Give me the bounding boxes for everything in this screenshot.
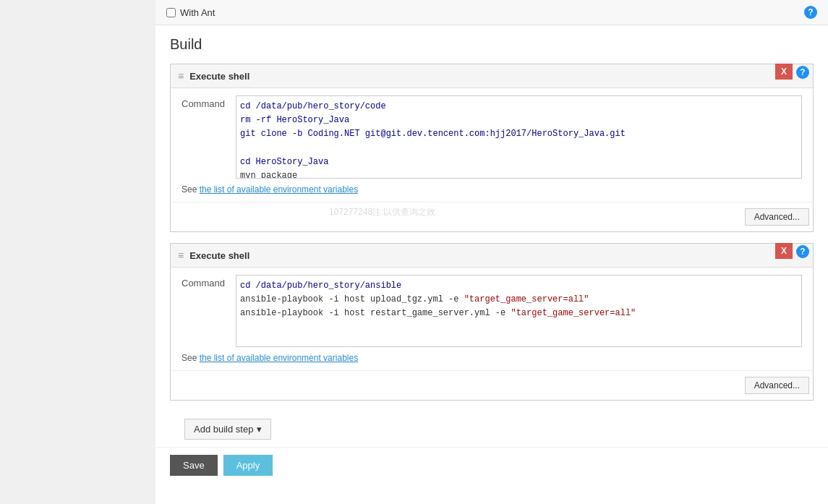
drag-handle-1: ≡: [178, 70, 184, 82]
execute-title-2: Execute shell: [189, 250, 249, 261]
drag-handle-2: ≡: [178, 249, 184, 261]
left-sidebar: [0, 0, 155, 504]
with-ant-row: With Ant ?: [155, 0, 828, 25]
close-button-2[interactable]: X: [775, 243, 793, 259]
build-section: Build ≡ Execute shell X ? Command cd /da…: [155, 25, 828, 447]
command-row-2: Command cd /data/pub/hero_story/ansible …: [182, 275, 802, 347]
add-build-step-button[interactable]: Add build step ▾: [184, 419, 271, 440]
env-variables-link-1[interactable]: the list of available environment variab…: [200, 184, 358, 195]
page-wrapper: With Ant ? Build ≡ Execute shell X ?: [0, 0, 828, 504]
advanced-button-2[interactable]: Advanced...: [745, 377, 809, 394]
execute-header-1: ≡ Execute shell: [171, 64, 813, 88]
execute-block-1: ≡ Execute shell X ? Command cd /data/pub…: [170, 64, 814, 232]
command-display-2[interactable]: cd /data/pub/hero_story/ansible ansible-…: [236, 275, 802, 347]
env-variables-link-2[interactable]: the list of available environment variab…: [200, 353, 358, 363]
with-ant-label: With Ant: [180, 7, 215, 18]
build-title: Build: [170, 36, 814, 53]
advanced-button-1[interactable]: Advanced...: [745, 208, 809, 226]
env-link-2: See the list of available environment va…: [182, 353, 802, 363]
footer-buttons: Save Apply: [155, 447, 828, 483]
block1-help-icon[interactable]: ?: [796, 66, 809, 79]
with-ant-help-icon[interactable]: ?: [804, 6, 817, 19]
add-build-step-area: Add build step ▾: [170, 411, 814, 447]
command-label-2: Command: [182, 275, 236, 289]
execute-header-2: ≡ Execute shell: [171, 244, 813, 268]
block2-help-icon[interactable]: ?: [796, 245, 809, 258]
with-ant-checkbox[interactable]: [166, 8, 176, 17]
execute-title-1: Execute shell: [189, 71, 249, 82]
add-build-step-label: Add build step: [194, 424, 253, 435]
apply-button[interactable]: Apply: [223, 455, 273, 476]
add-build-step-dropdown-icon: ▾: [257, 424, 262, 435]
command-label-1: Command: [182, 95, 236, 109]
advanced-row-1: Advanced...: [171, 202, 813, 231]
save-button[interactable]: Save: [170, 455, 218, 476]
env-link-1: See the list of available environment va…: [182, 184, 802, 195]
advanced-row-2: Advanced...: [171, 370, 813, 400]
command-row-1: Command cd /data/pub/hero_story/code rm …: [182, 95, 802, 179]
execute-body-1: Command cd /data/pub/hero_story/code rm …: [171, 88, 813, 202]
execute-body-2: Command cd /data/pub/hero_story/ansible …: [171, 268, 813, 370]
execute-block-2: ≡ Execute shell X ? Command cd /data/pub…: [170, 243, 814, 401]
command-display-1[interactable]: cd /data/pub/hero_story/code rm -rf Hero…: [236, 95, 802, 179]
close-button-1[interactable]: X: [775, 64, 793, 80]
main-content: With Ant ? Build ≡ Execute shell X ?: [155, 0, 828, 504]
